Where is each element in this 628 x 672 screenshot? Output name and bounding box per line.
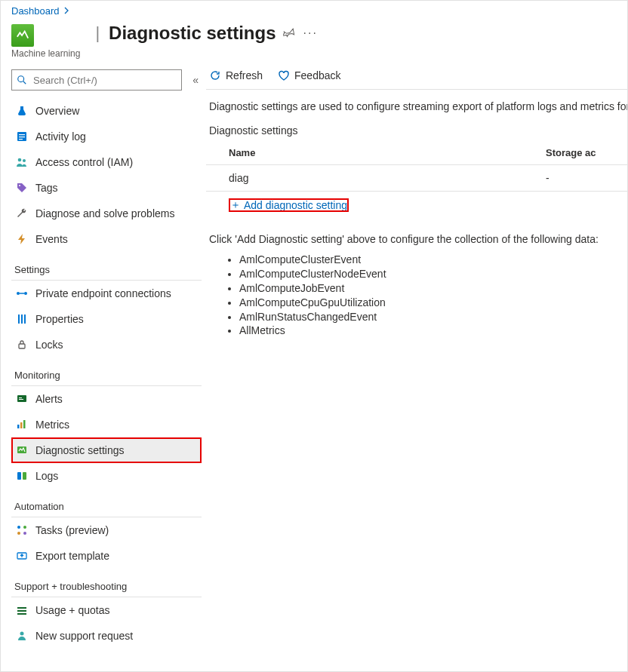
section-heading: Diagnostic settings: [206, 115, 627, 141]
add-diagnostic-setting-link[interactable]: ＋ Add diagnostic setting: [229, 198, 349, 212]
diagnostic-icon: [16, 444, 28, 456]
refresh-icon: [209, 69, 221, 81]
section-label-settings: Settings: [11, 252, 202, 278]
sidebar-item-metrics[interactable]: Metrics: [11, 412, 202, 437]
lightning-icon: [16, 233, 28, 245]
list-item: AmlComputeClusterEvent: [239, 253, 627, 267]
export-icon: [16, 550, 28, 562]
table-row[interactable]: diag -: [206, 165, 627, 192]
svg-rect-30: [17, 607, 26, 609]
svg-rect-31: [17, 610, 26, 612]
svg-point-0: [18, 76, 24, 82]
sidebar-item-private-endpoint[interactable]: Private endpoint connections: [11, 281, 202, 306]
sidebar-item-overview[interactable]: Overview: [11, 98, 202, 124]
sidebar-item-label: Tags: [35, 182, 58, 194]
more-icon[interactable]: ···: [303, 26, 317, 40]
sidebar-item-label: Activity log: [35, 130, 86, 143]
description-text: Diagnostic settings are used to configur…: [206, 90, 627, 115]
svg-point-33: [20, 632, 24, 636]
svg-rect-3: [19, 134, 25, 135]
main-panel: Refresh Feedback Diagnostic settings are…: [206, 62, 627, 671]
pin-icon[interactable]: [283, 26, 295, 41]
svg-line-1: [23, 81, 26, 84]
alerts-icon: [16, 393, 28, 405]
resource-type-label: Machine learning: [11, 48, 80, 59]
chevron-right-icon: [63, 5, 70, 17]
sidebar-item-label: Logs: [35, 470, 58, 482]
sidebar-item-alerts[interactable]: Alerts: [11, 386, 202, 412]
sidebar-item-properties[interactable]: Properties: [11, 306, 202, 332]
svg-point-27: [17, 532, 20, 535]
section-label-automation: Automation: [11, 489, 202, 515]
metrics-icon: [16, 419, 28, 431]
feedback-label: Feedback: [294, 69, 340, 81]
svg-rect-12: [18, 315, 20, 324]
column-header-storage: Storage ac: [546, 147, 627, 158]
sidebar-item-label: Alerts: [35, 393, 63, 405]
sidebar-item-tasks[interactable]: Tasks (preview): [11, 517, 202, 543]
svg-rect-24: [23, 472, 26, 480]
sidebar-item-new-support-request[interactable]: New support request: [11, 623, 202, 649]
sidebar-item-diagnose-problems[interactable]: Diagnose and solve problems: [11, 201, 202, 226]
sidebar-item-label: Events: [35, 233, 68, 245]
list-item: AmlComputeClusterNodeEvent: [239, 267, 627, 281]
properties-icon: [16, 313, 28, 325]
sidebar-item-label: Overview: [35, 105, 79, 117]
sidebar-item-events[interactable]: Events: [11, 226, 202, 252]
sidebar-item-label: Locks: [35, 339, 63, 351]
sidebar-item-logs[interactable]: Logs: [11, 463, 202, 489]
svg-point-25: [17, 526, 20, 529]
svg-rect-15: [19, 344, 25, 348]
svg-rect-14: [24, 315, 26, 324]
people-icon: [16, 156, 28, 168]
sidebar-item-label: Export template: [35, 550, 109, 562]
sidebar-item-diagnostic-settings[interactable]: Diagnostic settings: [11, 437, 202, 463]
svg-rect-4: [19, 137, 25, 137]
svg-point-9: [17, 292, 20, 295]
sidebar-item-access-control[interactable]: Access control (IAM): [11, 149, 202, 175]
svg-point-10: [24, 292, 27, 295]
sidebar-item-usage-quotas[interactable]: Usage + quotas: [11, 597, 202, 623]
logs-icon: [16, 470, 28, 482]
sidebar-item-label: Diagnose and solve problems: [35, 207, 174, 219]
svg-rect-17: [19, 397, 22, 398]
tag-icon: [16, 182, 28, 194]
lock-icon: [16, 339, 28, 351]
svg-point-26: [23, 526, 26, 529]
breadcrumb: Dashboard: [1, 1, 627, 17]
add-diagnostic-setting-label: Add diagnostic setting: [244, 199, 347, 211]
sidebar-item-label: Usage + quotas: [35, 604, 109, 616]
sidebar-item-label: Access control (IAM): [35, 156, 133, 168]
resource-icon: [11, 24, 34, 47]
sidebar-item-locks[interactable]: Locks: [11, 332, 202, 357]
search-input-wrapper[interactable]: [11, 69, 182, 91]
cell-storage: -: [546, 172, 627, 184]
sidebar-item-label: Diagnostic settings: [35, 444, 125, 456]
sidebar-item-activity-log[interactable]: Activity log: [11, 124, 202, 149]
sidebar-item-label: Tasks (preview): [35, 524, 109, 536]
svg-rect-19: [17, 425, 20, 428]
list-item: AmlComputeCpuGpuUtilization: [239, 296, 627, 310]
sidebar-item-label: Private endpoint connections: [35, 287, 171, 299]
plus-icon: ＋: [230, 198, 241, 212]
refresh-button[interactable]: Refresh: [209, 69, 263, 81]
breadcrumb-dashboard[interactable]: Dashboard: [11, 5, 60, 17]
sidebar-item-export-template[interactable]: Export template: [11, 543, 202, 569]
feedback-button[interactable]: Feedback: [278, 69, 340, 81]
collapse-sidebar-button[interactable]: «: [189, 74, 202, 86]
svg-rect-21: [23, 420, 26, 428]
support-icon: [16, 630, 28, 642]
sidebar-item-label: Properties: [35, 313, 84, 325]
sidebar: « Overview Activity log Access control (…: [1, 62, 206, 671]
svg-rect-32: [17, 613, 26, 615]
search-input[interactable]: [32, 74, 177, 87]
page-header: Machine learning | Diagnostic settings ·…: [1, 17, 627, 62]
usage-icon: [16, 604, 28, 616]
column-header-name: Name: [229, 147, 546, 158]
flask-icon: [16, 105, 28, 117]
svg-rect-16: [17, 395, 26, 402]
section-label-support: Support + troubleshooting: [11, 569, 202, 595]
instruction-text: Click 'Add Diagnostic setting' above to …: [206, 212, 627, 248]
sidebar-item-tags[interactable]: Tags: [11, 175, 202, 201]
search-icon: [17, 75, 27, 85]
